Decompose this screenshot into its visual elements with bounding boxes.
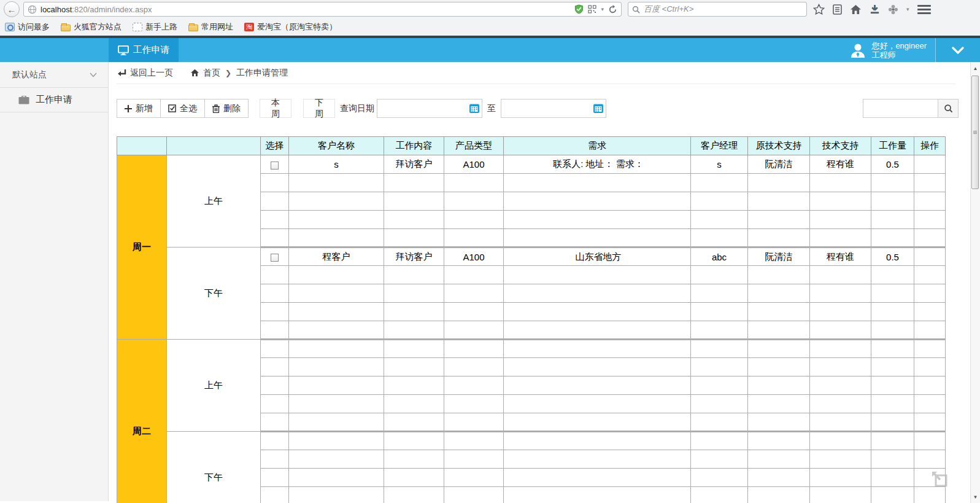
- table-search-button[interactable]: [938, 99, 959, 118]
- cell-workload: [871, 450, 914, 469]
- scrollbar-thumb[interactable]: [971, 76, 979, 189]
- breadcrumb-home-link[interactable]: 首页: [190, 68, 220, 79]
- cell-workload: [871, 229, 914, 248]
- cell-select: [261, 248, 289, 266]
- cell-select: [261, 376, 289, 395]
- day-cell: 周二: [117, 340, 167, 503]
- cell-work: [384, 376, 444, 395]
- column-header: 需求: [504, 137, 691, 155]
- select-all-button[interactable]: 全选: [160, 99, 205, 118]
- browser-search-field[interactable]: 百度 <Ctrl+K>: [628, 2, 807, 17]
- search-placeholder: 百度 <Ctrl+K>: [644, 4, 693, 15]
- cell-orig_support: [748, 469, 810, 487]
- column-header: 操作: [914, 137, 946, 155]
- cell-customer: [289, 284, 384, 303]
- bookmark-item[interactable]: 新手上路: [133, 21, 177, 33]
- qr-code-icon[interactable]: [588, 5, 596, 14]
- cell-work: [384, 469, 444, 487]
- cell-customer: [289, 266, 384, 284]
- cell-product: [444, 395, 504, 413]
- plugin-pinwheel-icon[interactable]: [888, 4, 898, 15]
- breadcrumb: 返回上一页 首页 ❯ 工作申请管理: [117, 62, 955, 84]
- breadcrumb-back-link[interactable]: 返回上一页: [117, 68, 173, 79]
- download-icon[interactable]: [870, 4, 880, 15]
- page-scrollbar[interactable]: ▲ ▼: [970, 62, 980, 503]
- next-week-button[interactable]: 下周: [303, 99, 335, 118]
- cell-product: [444, 413, 504, 432]
- cell-manager: [691, 321, 748, 340]
- calendar-icon[interactable]: [469, 103, 479, 113]
- cell-manager: [691, 413, 748, 432]
- cell-manager: abc: [691, 248, 748, 266]
- table-search-input[interactable]: [863, 99, 938, 118]
- row-checkbox[interactable]: [271, 254, 279, 262]
- calendar-icon[interactable]: [593, 103, 603, 113]
- cell-workload: [871, 303, 914, 321]
- cell-customer: 程客户: [289, 248, 384, 266]
- sidebar-site-selector[interactable]: 默认站点: [0, 62, 108, 88]
- bookmark-item[interactable]: 淘爱淘宝（原淘宝特卖）: [244, 21, 337, 33]
- cell-customer: [289, 450, 384, 469]
- sidebar-item-work-application[interactable]: 工作申请: [0, 88, 108, 112]
- trash-icon: [212, 104, 220, 113]
- this-week-button[interactable]: 本周: [260, 99, 291, 118]
- add-button[interactable]: 新增: [117, 99, 161, 118]
- date-from-input[interactable]: [377, 99, 482, 118]
- column-header: 技术支持: [810, 137, 871, 155]
- tab-work-application[interactable]: 工作申请: [109, 38, 179, 62]
- bookmarks-menu-icon[interactable]: [833, 4, 842, 15]
- bookmark-star-icon[interactable]: [813, 4, 825, 15]
- cell-customer: [289, 303, 384, 321]
- user-menu-expand-button[interactable]: [935, 38, 980, 62]
- sidebar-item-label: 工作申请: [36, 94, 72, 106]
- column-header: 客户名称: [289, 137, 384, 155]
- cell-select: [261, 395, 289, 413]
- cell-orig_support: [748, 284, 810, 303]
- scrollbar-down-arrow[interactable]: ▼: [971, 492, 980, 502]
- chevron-down-icon: [952, 47, 964, 54]
- cell-work: [384, 174, 444, 192]
- urlbar-dropdown-icon[interactable]: ▾: [601, 6, 604, 12]
- cell-support: [810, 192, 871, 211]
- cell-customer: [289, 229, 384, 248]
- bookmark-label: 访问最多: [18, 21, 50, 33]
- user-menu[interactable]: 您好，engineer 工程师: [849, 38, 935, 62]
- cell-orig_support: 阮清洁: [748, 248, 810, 266]
- resize-widget-icon[interactable]: [930, 469, 948, 488]
- cell-work: [384, 487, 444, 503]
- cell-workload: [871, 395, 914, 413]
- cell-product: [444, 432, 504, 450]
- security-shield-icon[interactable]: [574, 4, 584, 14]
- row-checkbox[interactable]: [271, 162, 279, 170]
- cell-orig_support: [748, 395, 810, 413]
- cell-work: [384, 192, 444, 211]
- cell-support: 程有谁: [810, 155, 871, 174]
- menu-hamburger-icon[interactable]: [917, 5, 931, 14]
- cell-select: [261, 266, 289, 284]
- cell-support: [810, 395, 871, 413]
- scrollbar-up-arrow[interactable]: ▲: [971, 63, 980, 73]
- back-button[interactable]: ←: [4, 1, 20, 17]
- cell-action: [914, 376, 946, 395]
- cell-action: [914, 284, 946, 303]
- delete-button[interactable]: 删除: [204, 99, 249, 118]
- bookmark-item[interactable]: 火狐官方站点: [61, 21, 122, 33]
- date-to-input[interactable]: [501, 99, 606, 118]
- toolbar-dropdown-icon[interactable]: ▾: [906, 6, 909, 12]
- cell-orig_support: [748, 229, 810, 248]
- bookmark-item[interactable]: 访问最多: [5, 21, 50, 33]
- url-text: localhost:820/admin/index.aspx: [41, 5, 574, 14]
- cell-work: [384, 432, 444, 450]
- reload-icon[interactable]: [608, 5, 617, 14]
- cell-customer: [289, 469, 384, 487]
- breadcrumb-current: 工作申请管理: [236, 68, 288, 79]
- sidebar: 默认站点 工作申请: [0, 62, 109, 501]
- home-icon[interactable]: [850, 4, 862, 15]
- url-bar[interactable]: localhost:820/admin/index.aspx ▾: [23, 2, 622, 17]
- bookmark-item[interactable]: 常用网址: [188, 21, 233, 33]
- cell-select: [261, 413, 289, 432]
- cell-select: [261, 450, 289, 469]
- folder-icon: [61, 25, 71, 31]
- cell-manager: s: [691, 155, 748, 174]
- cell-product: [444, 321, 504, 340]
